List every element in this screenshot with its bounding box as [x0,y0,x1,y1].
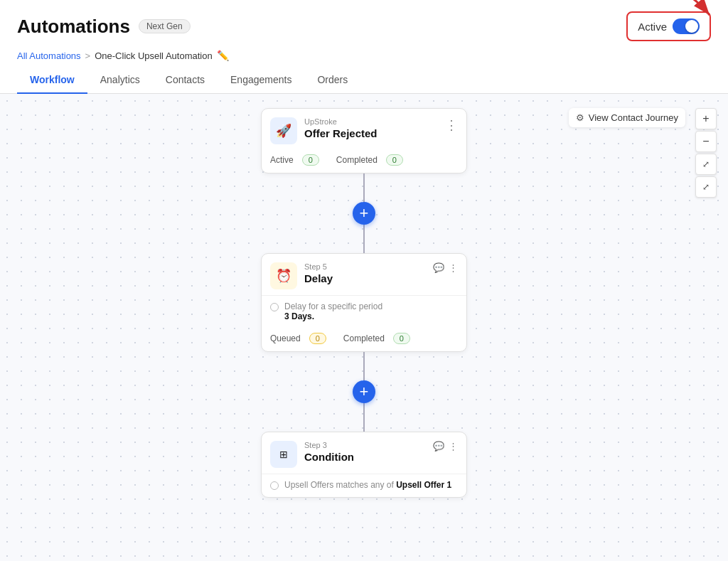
tab-workflow[interactable]: Workflow [17,67,87,94]
node-body-desc-2: Delay for a specific period 3 Days. [270,301,458,321]
breadcrumb-separator: > [85,50,91,61]
active-toggle-area: Active [626,11,711,41]
breadcrumb: All Automations > One-Click Upsell Autom… [0,47,728,67]
completed-label-1: Completed [336,155,378,165]
connector-3 [363,352,365,380]
radio-dot-2 [270,303,279,311]
more-icon-2[interactable]: ⋮ [449,262,458,273]
page-title: Automations [17,16,130,38]
active-status-label-1: Active [270,155,294,165]
node-menu-3[interactable]: 💬 ⋮ [433,441,458,452]
active-label: Active [638,21,667,33]
zoom-in-button[interactable]: + [695,108,717,129]
node-header-3: ⊞ Step 3 Condition 💬 ⋮ [262,432,466,474]
node-subtitle-2: Step 5 [304,262,333,271]
connector-2 [363,225,365,253]
edit-icon[interactable]: ✏️ [217,50,229,61]
active-count-badge-1: 0 [302,154,319,166]
node-header-1: 🚀 UpStroke Offer Rejected ⋮ [262,109,466,150]
node-body-3: Upsell Offers matches any of Upsell Offe… [262,474,466,497]
workflow-canvas: ⚙ View Contact Journey + − ⤢ ⤢ 🚀 UpStrok… [0,94,728,561]
page-header: Automations Next Gen Active [0,0,728,47]
tabs-bar: Workflow Analytics Contacts Engagements … [0,67,728,94]
node-footer-2: Queued 0 Completed 0 [262,328,466,351]
body-desc-label-2: Delay for a specific period [284,301,382,311]
node-header-left-2: ⏰ Step 5 Delay [270,262,333,289]
red-arrow [649,0,720,20]
queued-count-badge-2: 0 [309,333,326,344]
node-header-left-1: 🚀 UpStroke Offer Rejected [270,117,378,144]
clock-icon: ⏰ [270,262,297,289]
node-condition: ⊞ Step 3 Condition 💬 ⋮ Upsell Offers mat… [261,432,467,498]
radio-dot-3 [270,481,279,490]
title-area: Automations Next Gen [17,16,191,38]
journey-icon: ⚙ [576,112,584,123]
node-menu-2[interactable]: 💬 ⋮ [433,262,458,273]
tab-engagements[interactable]: Engagements [218,67,304,94]
tab-orders[interactable]: Orders [304,67,360,94]
completed-count-badge-1: 0 [386,154,403,166]
rocket-icon: 🚀 [270,117,297,144]
condition-icon: ⊞ [270,441,297,468]
node-subtitle-3: Step 3 [304,441,354,449]
connector-4 [363,403,365,432]
expand-button[interactable]: ⤢ [695,154,717,175]
node-menu-1[interactable]: ⋮ [445,117,458,133]
collapse-button[interactable]: ⤢ [695,176,717,198]
toggle-knob [685,20,698,33]
next-gen-badge: Next Gen [139,19,191,33]
node-text-1: UpStroke Offer Rejected [304,117,378,139]
node-body-desc-3: Upsell Offers matches any of Upsell Offe… [270,480,458,490]
node-subtitle-1: UpStroke [304,117,378,126]
tab-analytics[interactable]: Analytics [87,67,153,94]
more-icon-3[interactable]: ⋮ [449,441,458,452]
workflow-nodes: 🚀 UpStroke Offer Rejected ⋮ Active 0 Com… [257,108,471,498]
add-step-button-2[interactable]: + [353,380,375,403]
comment-icon-3[interactable]: 💬 [433,441,444,452]
node-title-1: Offer Rejected [304,127,378,139]
node-text-3: Step 3 Condition [304,441,354,463]
connector-1 [363,173,365,202]
tab-contacts[interactable]: Contacts [153,67,218,94]
node-delay: ⏰ Step 5 Delay 💬 ⋮ Delay for a specific … [261,253,467,352]
breadcrumb-all-automations[interactable]: All Automations [17,50,81,61]
node-footer-1: Active 0 Completed 0 [262,150,466,173]
comment-icon[interactable]: 💬 [433,262,444,273]
body-value-2: 3 Days. [284,311,382,321]
node-header-left-3: ⊞ Step 3 Condition [270,441,354,468]
view-journey-label: View Contact Journey [589,112,678,123]
active-toggle[interactable] [673,18,700,34]
node-title-2: Delay [304,272,333,284]
body-text-3: Upsell Offers matches any of Upsell Offe… [284,480,451,490]
zoom-controls: + − ⤢ ⤢ [695,108,717,198]
add-step-button-1[interactable]: + [353,202,375,225]
view-contact-journey-button[interactable]: ⚙ View Contact Journey [569,108,685,127]
node-body-2: Delay for a specific period 3 Days. [262,295,466,328]
breadcrumb-current: One-Click Upsell Automation [95,50,212,61]
zoom-out-button[interactable]: − [695,131,717,152]
node-text-2: Step 5 Delay [304,262,333,284]
node-title-3: Condition [304,451,354,463]
completed-count-badge-2: 0 [393,333,410,344]
completed-label-2: Completed [343,333,385,343]
queued-label-2: Queued [270,333,301,343]
node-header-2: ⏰ Step 5 Delay 💬 ⋮ [262,254,466,295]
body-text-2: Delay for a specific period 3 Days. [284,301,382,321]
node-offer-rejected: 🚀 UpStroke Offer Rejected ⋮ Active 0 Com… [261,108,467,173]
